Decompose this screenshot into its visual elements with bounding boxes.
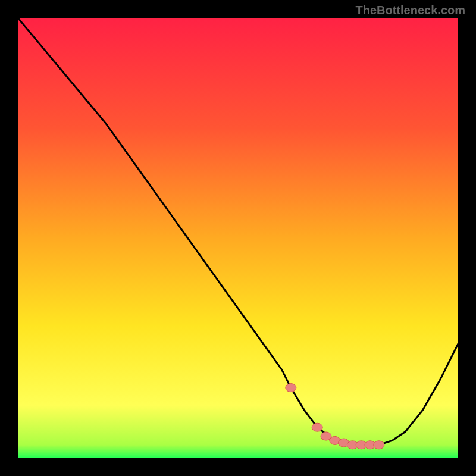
watermark-text: TheBottleneck.com — [356, 4, 465, 17]
marker-point — [312, 423, 322, 431]
chart-svg — [18, 18, 458, 458]
chart-area — [18, 18, 458, 458]
marker-point — [286, 384, 296, 392]
marker-point — [374, 441, 384, 449]
gradient-background — [18, 18, 458, 458]
